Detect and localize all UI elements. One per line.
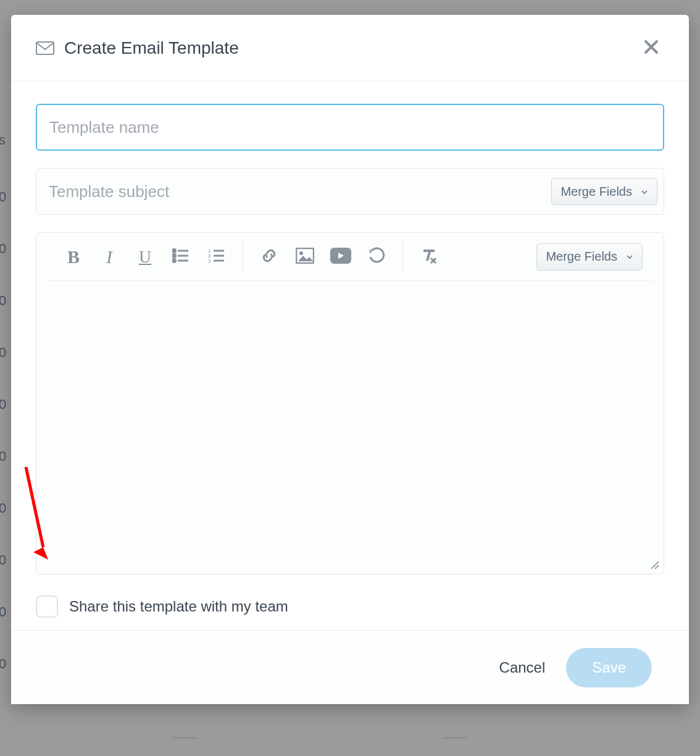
- bg-dash: [442, 737, 467, 739]
- numbered-list-button[interactable]: 123: [201, 241, 233, 273]
- close-button[interactable]: [638, 34, 664, 62]
- svg-line-17: [655, 565, 659, 569]
- numbered-list-icon: 123: [208, 248, 225, 265]
- template-subject-row: Merge Fields: [36, 168, 664, 215]
- bg-marker: 0: [0, 345, 6, 361]
- bg-marker: 0: [0, 189, 6, 205]
- modal-header: Create Email Template: [11, 15, 689, 82]
- svg-text:3: 3: [208, 258, 211, 263]
- bg-text-partial: s: [0, 132, 6, 148]
- bg-marker: 0: [0, 604, 6, 620]
- svg-line-16: [651, 561, 659, 569]
- svg-point-5: [173, 259, 176, 262]
- editor-toolbar: B I U 123: [48, 233, 652, 281]
- svg-point-1: [173, 250, 176, 253]
- share-checkbox[interactable]: [36, 595, 58, 618]
- merge-fields-label: Merge Fields: [546, 250, 617, 264]
- chevron-down-icon: [641, 185, 648, 199]
- italic-icon: I: [106, 246, 112, 267]
- toolbar-separator: [243, 241, 243, 273]
- mail-icon: [36, 41, 54, 55]
- svg-rect-0: [36, 42, 54, 54]
- cancel-button[interactable]: Cancel: [492, 654, 553, 681]
- modal-footer: Cancel Save: [11, 630, 689, 704]
- toolbar-separator: [402, 241, 403, 273]
- merge-fields-label: Merge Fields: [560, 185, 632, 199]
- template-name-input[interactable]: [36, 104, 664, 151]
- video-icon: [330, 248, 351, 266]
- image-button[interactable]: [289, 241, 321, 273]
- undo-button[interactable]: [360, 241, 393, 273]
- create-email-template-modal: Create Email Template Merge Fields B: [11, 15, 689, 704]
- bg-marker: 0: [0, 656, 6, 672]
- rich-text-editor: B I U 123: [36, 232, 664, 574]
- editor-content-area[interactable]: [36, 281, 664, 574]
- bg-marker: 0: [0, 448, 6, 464]
- modal-body: Merge Fields B I U: [11, 82, 689, 630]
- link-icon: [260, 247, 278, 266]
- video-button[interactable]: [325, 241, 357, 273]
- bg-marker: 0: [0, 500, 6, 516]
- link-button[interactable]: [253, 241, 285, 273]
- underline-button[interactable]: U: [129, 241, 161, 273]
- template-subject-input[interactable]: [49, 169, 551, 214]
- undo-icon: [368, 247, 385, 266]
- svg-point-14: [299, 251, 303, 255]
- close-icon: [643, 48, 659, 57]
- bg-marker: 0: [0, 241, 6, 257]
- chevron-down-icon: [626, 250, 633, 264]
- bullet-list-icon: [172, 248, 190, 265]
- merge-fields-button-subject[interactable]: Merge Fields: [551, 178, 657, 205]
- clear-format-icon: [420, 247, 438, 266]
- underline-icon: U: [139, 247, 151, 267]
- save-button[interactable]: Save: [566, 648, 652, 687]
- bold-icon: B: [67, 246, 80, 267]
- bg-dash: [173, 737, 198, 739]
- bg-marker: 0: [0, 397, 6, 413]
- bg-marker: 0: [0, 293, 6, 309]
- bg-marker: 0: [0, 552, 6, 568]
- share-label: Share this template with my team: [69, 598, 288, 615]
- clear-format-button[interactable]: [413, 241, 445, 273]
- svg-point-3: [173, 254, 176, 258]
- italic-button[interactable]: I: [93, 241, 125, 273]
- modal-title: Create Email Template: [64, 38, 638, 58]
- share-template-row: Share this template with my team: [36, 592, 664, 618]
- bold-button[interactable]: B: [57, 241, 90, 273]
- resize-handle-icon[interactable]: [650, 560, 660, 570]
- image-icon: [296, 248, 314, 266]
- merge-fields-button-body[interactable]: Merge Fields: [536, 243, 643, 271]
- bullet-list-button[interactable]: [165, 241, 197, 273]
